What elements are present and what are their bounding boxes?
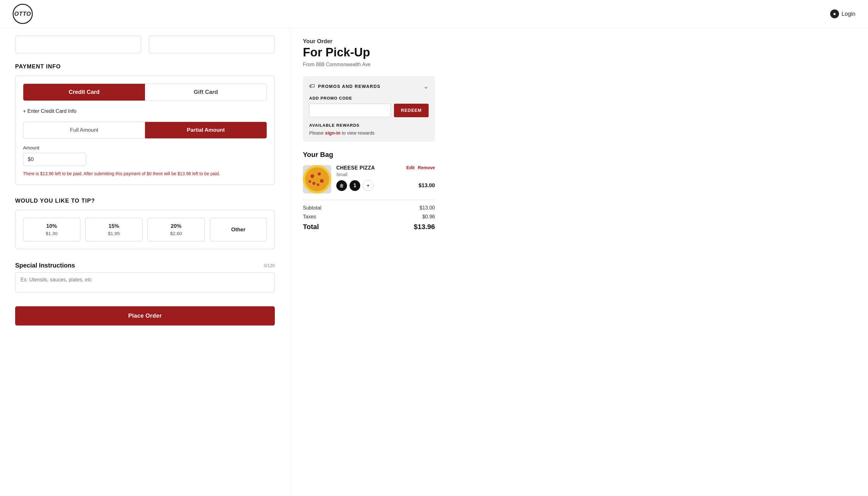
tip-option-other[interactable]: Other <box>210 218 267 242</box>
tab-gift-card[interactable]: Gift Card <box>145 84 267 100</box>
page-layout: PAYMENT INFO Credit Card Gift Card + Ent… <box>0 28 868 496</box>
payment-section-heading: PAYMENT INFO <box>15 63 275 70</box>
available-rewards-label: AVAILABLE REWARDS <box>309 123 429 128</box>
full-amount-btn[interactable]: Full Amount <box>23 122 145 138</box>
taxes-row: Taxes $0.96 <box>303 214 435 220</box>
subtotal-label: Subtotal <box>303 205 322 211</box>
promo-input[interactable] <box>309 104 391 117</box>
tip-section: WOULD YOU LIKE TO TIP? 10% $1.30 15% $1.… <box>15 198 275 249</box>
taxes-value: $0.96 <box>422 214 435 220</box>
rewards-text: Please sign-in to view rewards <box>309 130 429 136</box>
tip-pct-15: 15% <box>90 223 139 229</box>
item-details: CHEESE PIZZA Edit Remove Small 🗑 1 + $13… <box>336 165 435 193</box>
right-column: Your Order For Pick-Up From 888 Commonwe… <box>290 28 448 496</box>
login-button[interactable]: ● Login <box>830 10 855 18</box>
tip-pct-20: 20% <box>152 223 201 229</box>
tip-option-20[interactable]: 20% $2.60 <box>148 218 205 242</box>
taxes-label: Taxes <box>303 214 316 220</box>
tip-heading: WOULD YOU LIKE TO TIP? <box>15 198 275 204</box>
item-actions: Edit Remove <box>406 165 435 170</box>
order-type: For Pick-Up <box>303 46 435 59</box>
partial-amount-btn[interactable]: Partial Amount <box>145 122 267 138</box>
bag-heading: Your Bag <box>303 151 435 159</box>
order-address: From 888 Commonwealth Ave <box>303 62 435 67</box>
subtotal-value: $13.00 <box>419 205 435 211</box>
tip-options: 10% $1.30 15% $1.95 20% $2.60 Other <box>23 218 267 242</box>
redeem-button[interactable]: REDEEM <box>394 104 429 117</box>
tip-option-15[interactable]: 15% $1.95 <box>86 218 143 242</box>
promos-title: PROMOS AND REWARDS <box>318 84 381 89</box>
promos-section: 🏷 PROMOS AND REWARDS ⌄ ADD PROMO CODE RE… <box>303 76 435 142</box>
item-price: $13.00 <box>419 183 435 189</box>
payment-tabs: Credit Card Gift Card <box>23 83 267 101</box>
special-instructions-input[interactable] <box>15 272 275 292</box>
svg-point-2 <box>310 174 314 178</box>
top-inputs <box>15 36 275 53</box>
account-icon: ● <box>830 10 839 18</box>
tip-card: 10% $1.30 15% $1.95 20% $2.60 Other <box>15 210 275 249</box>
special-instructions-heading: Special Instructions <box>15 262 75 269</box>
total-value: $13.96 <box>414 223 435 231</box>
enter-cc-link[interactable]: + Enter Credit Card Info <box>23 108 267 114</box>
item-image <box>303 165 331 193</box>
rewards-text-before: Please <box>309 130 325 136</box>
payment-card: Credit Card Gift Card + Enter Credit Car… <box>15 76 275 185</box>
bag-item: CHEESE PIZZA Edit Remove Small 🗑 1 + $13… <box>303 165 435 193</box>
amount-label: Amount <box>23 145 267 150</box>
remove-item-button[interactable]: Remove <box>418 165 435 170</box>
tip-amt-15: $1.95 <box>90 231 139 236</box>
svg-point-3 <box>318 172 321 175</box>
promos-title-row: 🏷 PROMOS AND REWARDS <box>309 83 381 90</box>
header: OTTO ● Login <box>0 0 868 28</box>
top-input-2[interactable] <box>149 36 275 53</box>
tip-amt-20: $2.60 <box>152 231 201 236</box>
qty-controls: 🗑 1 + <box>336 180 373 191</box>
char-count: 0/120 <box>264 263 275 268</box>
total-row: Total $13.96 <box>303 223 435 231</box>
svg-point-7 <box>309 180 311 183</box>
delete-item-button[interactable]: 🗑 <box>336 180 347 191</box>
order-title: Your Order <box>303 38 435 45</box>
tab-credit-card[interactable]: Credit Card <box>23 84 145 100</box>
sign-in-link[interactable]: sign-in <box>325 130 340 136</box>
logo-text: OTTO <box>14 11 31 17</box>
place-order-button[interactable]: Place Order <box>15 306 275 326</box>
amount-warning: There is $13.96 left to be paid. After s… <box>23 170 267 177</box>
promos-header[interactable]: 🏷 PROMOS AND REWARDS ⌄ <box>309 82 429 90</box>
amount-toggle: Full Amount Partial Amount <box>23 122 267 139</box>
chevron-down-icon: ⌄ <box>423 82 429 90</box>
item-quantity: 1 <box>350 180 360 191</box>
tip-other-label: Other <box>231 227 246 233</box>
tag-icon: 🏷 <box>309 83 315 90</box>
special-instructions-section: Special Instructions 0/120 <box>15 262 275 294</box>
item-top-row: CHEESE PIZZA Edit Remove <box>336 165 435 171</box>
login-label: Login <box>841 11 855 17</box>
total-label: Total <box>303 223 319 231</box>
edit-item-button[interactable]: Edit <box>406 165 415 170</box>
add-promo-label: ADD PROMO CODE <box>309 96 429 100</box>
tip-pct-10: 10% <box>27 223 76 229</box>
totals-section: Subtotal $13.00 Taxes $0.96 Total $13.96 <box>303 200 435 231</box>
svg-point-5 <box>312 182 315 185</box>
amount-input-wrapper[interactable] <box>23 153 86 166</box>
tip-amt-10: $1.30 <box>27 231 76 236</box>
promo-input-row: REDEEM <box>309 104 429 117</box>
svg-point-4 <box>320 179 324 183</box>
item-name: CHEESE PIZZA <box>336 165 375 171</box>
left-column: PAYMENT INFO Credit Card Gift Card + Ent… <box>0 28 290 496</box>
item-size: Small <box>336 172 435 177</box>
amount-input[interactable] <box>28 156 81 162</box>
increase-qty-button[interactable]: + <box>363 180 373 191</box>
special-instructions-header: Special Instructions 0/120 <box>15 262 275 269</box>
top-input-1[interactable] <box>15 36 141 53</box>
qty-row: 🗑 1 + $13.00 <box>336 180 435 191</box>
logo[interactable]: OTTO <box>13 4 33 24</box>
rewards-text-after: to view rewards <box>340 130 374 136</box>
subtotal-row: Subtotal $13.00 <box>303 205 435 211</box>
tip-option-10[interactable]: 10% $1.30 <box>23 218 80 242</box>
